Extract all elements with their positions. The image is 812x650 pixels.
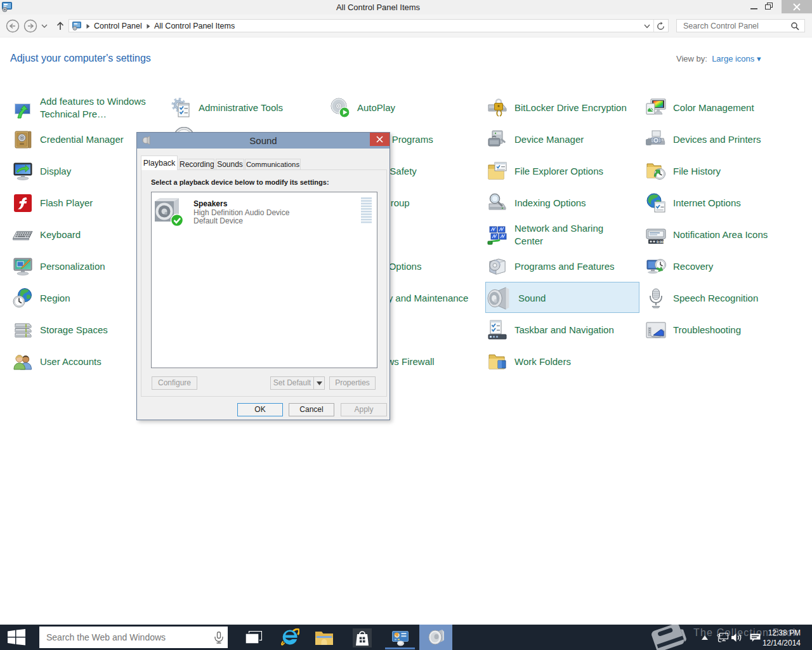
svg-text:0:00: 0:00: [657, 240, 664, 244]
